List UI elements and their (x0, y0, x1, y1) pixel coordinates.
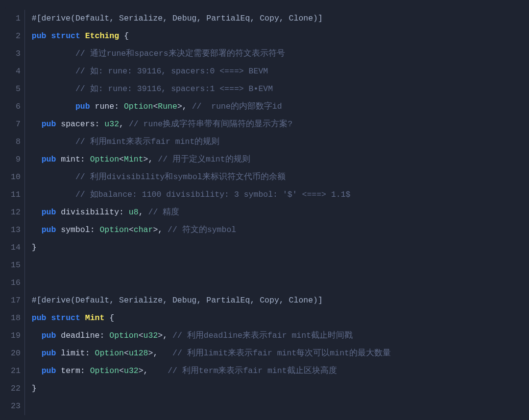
code-block: 1234567891011121314151617181920212223 #[… (5, 5, 524, 420)
code-token: mint: (61, 156, 90, 164)
code-token: pub (42, 367, 61, 375)
code-token: , (119, 120, 129, 129)
code-token: >, (139, 367, 168, 375)
code-token: #[derive(Default, Serialize, Debug, Part… (32, 297, 323, 305)
line-number: 2 (11, 27, 21, 45)
code-token: // 利用mint来表示fair mint的规则 (75, 138, 219, 146)
code-token: < (119, 156, 124, 164)
line-number: 1 (11, 10, 21, 27)
code-token: { (119, 32, 129, 41)
line-number: 15 (11, 257, 21, 274)
code-token (32, 226, 42, 234)
code-token: Etching (85, 32, 119, 41)
code-token: u32 (124, 367, 139, 375)
code-token: term: (61, 367, 90, 375)
code-token (32, 68, 75, 76)
code-token: } (32, 385, 37, 393)
line-number: 14 (11, 239, 21, 257)
code-line: #[derive(Default, Serialize, Debug, Part… (32, 10, 517, 27)
code-token: spacers: (61, 120, 104, 129)
code-line: pub symbol: Option<char>, // 符文的symbol (32, 221, 517, 239)
code-token (32, 367, 42, 375)
code-line: pub mint: Option<Mint>, // 用于定义mint的规则 (32, 151, 517, 168)
code-token: Option (124, 103, 153, 111)
line-number: 10 (11, 168, 21, 186)
code-line: #[derive(Default, Serialize, Debug, Part… (32, 292, 517, 309)
code-line: pub term: Option<u32>, // 利用term来表示fair … (32, 362, 517, 380)
code-line: pub rune: Option<Rune>, // rune的内部数字id (32, 98, 517, 116)
line-number-gutter: 1234567891011121314151617181920212223 (5, 10, 24, 415)
code-token: < (129, 226, 134, 234)
code-line: pub spacers: u32, // rune换成字符串带有间隔符的显示方案… (32, 116, 517, 133)
code-token (32, 156, 42, 164)
code-token: Option (90, 156, 119, 164)
code-token: pub (42, 209, 61, 217)
code-token: struct (51, 314, 85, 323)
code-token: pub (32, 314, 51, 323)
line-number: 17 (11, 292, 21, 309)
code-token: { (104, 314, 114, 323)
code-token (32, 138, 75, 146)
code-token: pub (42, 156, 61, 164)
code-token: >, (153, 226, 168, 234)
code-token (32, 350, 42, 358)
code-token: limit: (61, 350, 95, 358)
line-number: 23 (11, 397, 21, 415)
code-token: pub (75, 103, 95, 111)
code-token: // 符文的symbol (168, 226, 236, 234)
line-number: 12 (11, 204, 21, 221)
code-token: symbol: (61, 226, 99, 234)
code-token: >, (158, 332, 172, 340)
code-token: Mint (85, 314, 105, 323)
code-token: // 精度 (148, 209, 179, 217)
code-token: struct (51, 32, 85, 41)
code-line: // 利用mint来表示fair mint的规则 (32, 133, 517, 151)
code-token: // 利用deadline来表示fair mint截止时间戳 (172, 332, 353, 340)
line-number: 19 (11, 327, 21, 345)
code-line: // 通过rune和spacers来决定需要部署的符文表示符号 (32, 45, 517, 63)
code-line: pub struct Mint { (32, 309, 517, 327)
code-token: // 利用divisibility和symbol来标识符文代币的余额 (75, 173, 286, 182)
code-line: // 如: rune: 39116, spacers:1 <===> B•EVM (32, 80, 517, 98)
code-line (32, 257, 517, 274)
code-token: Option (90, 367, 119, 375)
code-token: char (134, 226, 153, 234)
code-token: pub (42, 226, 61, 234)
line-number: 8 (11, 133, 21, 151)
code-token: >, (144, 156, 158, 164)
code-token: u32 (104, 120, 119, 129)
code-token: u8 (129, 209, 139, 217)
code-line: // 如: rune: 39116, spacers:0 <===> BEVM (32, 63, 517, 80)
code-token: Option (95, 350, 124, 358)
code-token: deadline: (61, 332, 109, 340)
code-token: // 利用limit来表示fair mint每次可以mint的最大数量 (172, 350, 391, 358)
code-token: // 如: rune: 39116, spacers:0 <===> BEVM (75, 68, 268, 76)
code-token: Mint (124, 156, 144, 164)
code-token: < (124, 350, 129, 358)
code-line: } (32, 380, 517, 397)
code-token (32, 332, 42, 340)
code-token (32, 191, 75, 199)
code-token: Option (99, 226, 128, 234)
code-token: Rune (158, 103, 177, 111)
code-line (32, 397, 517, 415)
code-token (32, 120, 42, 129)
code-line: pub deadline: Option<u32>, // 利用deadline… (32, 327, 517, 345)
code-token: pub (42, 350, 61, 358)
code-token: divisibility: (61, 209, 129, 217)
line-number: 16 (11, 274, 21, 292)
code-line: } (32, 239, 517, 257)
code-token: < (139, 332, 144, 340)
code-token: // 通过rune和spacers来决定需要部署的符文表示符号 (75, 50, 285, 58)
line-number: 6 (11, 98, 21, 116)
code-token (32, 50, 75, 58)
line-number: 7 (11, 116, 21, 133)
code-token: pub (42, 332, 61, 340)
code-token: // 利用term来表示fair mint截止区块高度 (168, 367, 337, 375)
line-number: 21 (11, 362, 21, 380)
code-token (32, 103, 75, 111)
code-line: pub limit: Option<u128>, // 利用limit来表示fa… (32, 345, 517, 362)
code-token (32, 209, 42, 217)
code-line: pub divisibility: u8, // 精度 (32, 204, 517, 221)
code-token (32, 85, 75, 93)
